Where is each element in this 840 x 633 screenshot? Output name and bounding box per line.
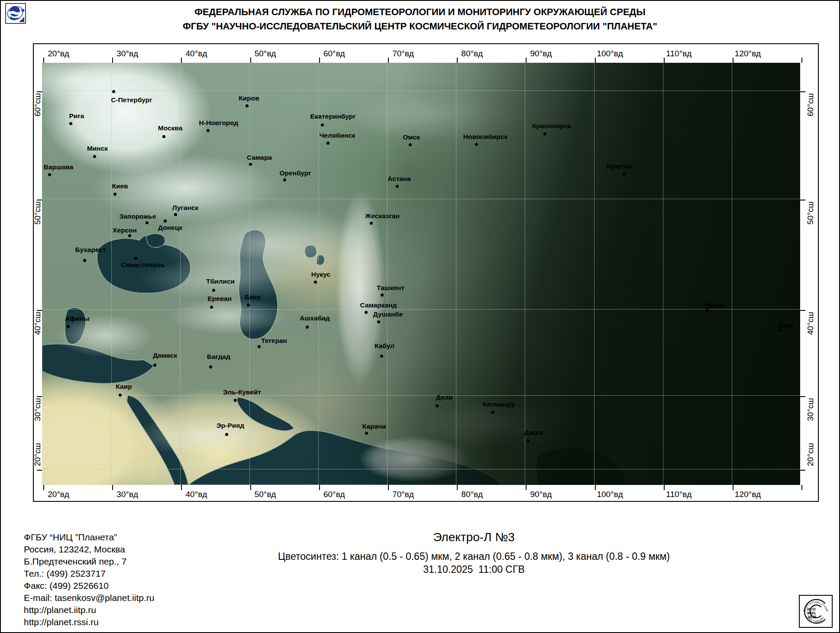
city-label: Донецк	[158, 224, 182, 232]
city-label: Душанбе	[373, 310, 403, 318]
longitude-label: 40°вд	[178, 48, 214, 59]
city-label: С-Петербург	[111, 96, 152, 104]
city-dot-Душанбе	[377, 320, 380, 323]
longitude-label: 100°вд	[592, 48, 628, 59]
longitude-label: 50°вд	[247, 48, 284, 59]
city-dot-Красноярск	[543, 132, 546, 136]
city-label: Самара	[247, 154, 272, 161]
city-dot-Дакка	[527, 439, 530, 442]
page: ФЕДЕРАЛЬНАЯ СЛУЖБА ПО ГИДРОМЕТЕОРОЛОГИИ …	[0, 0, 840, 633]
city-label: Дамаск	[153, 352, 177, 359]
latitude-label: 60°сш	[33, 91, 42, 119]
longitude-label: 50°вд	[247, 489, 284, 500]
svg-text:-2015: -2015	[806, 615, 816, 619]
longitude-label: 70°вд	[385, 489, 421, 500]
city-label: Астана	[388, 175, 411, 183]
city-dot-Севастополь	[134, 257, 137, 260]
axis-tick	[800, 470, 805, 471]
longitude-label: 20°вд	[40, 489, 77, 500]
axis-tick	[800, 91, 805, 92]
city-label: Жесказган	[365, 212, 400, 220]
city-dot-Эль-Кувейт	[234, 399, 237, 402]
city-dot-Самарканд	[365, 311, 368, 314]
city-label: Омск	[403, 133, 420, 141]
city-dot-Бухарест	[83, 259, 86, 262]
latitude-label: 20°сш	[806, 441, 815, 468]
longitude-label: 90°вд	[523, 489, 559, 500]
city-dot-Луганск	[174, 213, 177, 216]
latitude-label: 30°сш	[33, 396, 42, 423]
city-label: Челябинск	[319, 132, 355, 139]
city-dot-Омск	[409, 143, 412, 146]
latitude-label: 40°сш	[806, 310, 815, 337]
city-label: Багдад	[207, 353, 230, 361]
city-label: Нукус	[311, 271, 330, 278]
city-dot-Херсон	[128, 234, 131, 237]
city-dot-Ашхабад	[306, 326, 309, 329]
longitude-label: 110°вд	[661, 489, 697, 500]
city-label: Москва	[158, 124, 183, 132]
organization-contact-block: ФГБУ “НИЦ ”Планета”Россия, 123242, Москв…	[24, 531, 154, 628]
latitude-label: 50°сш	[33, 199, 42, 227]
longitude-label: 60°вд	[316, 48, 352, 59]
org-contact-line: Факс: (499) 2526610	[24, 580, 154, 592]
org-contact-line: Россия, 123242, Москва	[24, 543, 154, 555]
city-dot-Жесказган	[370, 222, 373, 225]
longitude-label: 80°вд	[454, 48, 490, 59]
city-dot-Дамаск	[153, 364, 156, 367]
city-label: Иркутск	[607, 162, 633, 170]
city-label: Севастополь	[121, 261, 165, 269]
latitude-label: 60°сш	[806, 91, 815, 119]
city-label: Ереван	[207, 295, 232, 303]
city-label: Карачи	[362, 423, 386, 430]
city-dot-Эр-Рияд	[225, 433, 228, 436]
city-dot-Новосибирск	[475, 143, 478, 146]
city-label: Афины	[65, 315, 90, 323]
city-label: Бухарест	[75, 246, 106, 254]
satellite-image: С-ПетербургРигаВаршаваМинскКиевМоскваН-Н…	[42, 63, 800, 485]
axis-tick	[801, 58, 802, 63]
longitude-label: 80°вд	[454, 489, 490, 500]
city-dot-Ташкент	[381, 294, 384, 297]
city-label: Тегеран	[261, 337, 287, 345]
city-label: Красноярск	[532, 122, 571, 130]
city-dot-Астана	[396, 185, 399, 188]
axis-tick	[37, 470, 42, 471]
city-label: Каир	[116, 383, 132, 391]
city-label: Самарканд	[360, 301, 397, 309]
longitude-label: 40°вд	[178, 489, 214, 500]
satellite-name: Электро-Л №3	[222, 530, 726, 545]
city-label: Катманду	[483, 400, 515, 408]
city-label: Ашхабад	[300, 314, 330, 322]
city-dot-Иркутск	[622, 173, 625, 176]
longitude-label: 30°вд	[109, 48, 145, 59]
latitude-label: 50°сш	[806, 199, 815, 227]
city-dot-Челябинск	[326, 142, 330, 145]
header-line-2: ФГБУ "НАУЧНО-ИССЛЕДОВАТЕЛЬСКИЙ ЦЕНТР КОС…	[1, 21, 839, 32]
longitude-label: 110°вд	[661, 48, 697, 59]
city-label: Варшава	[44, 163, 74, 171]
city-dot-Варшава	[48, 173, 51, 176]
city-dot-Карачи	[365, 432, 368, 435]
org-contact-line: http://planet.iitp.ru	[24, 604, 154, 616]
city-label: Екатеринбург	[310, 113, 356, 120]
city-dot-Киров	[246, 104, 249, 107]
longitude-label: 70°вд	[385, 48, 421, 59]
city-label: Луганск	[172, 204, 198, 212]
city-dot-Каир	[119, 394, 122, 397]
city-dot-Рига	[69, 122, 72, 125]
axis-tick	[800, 310, 805, 311]
city-label: Сеул	[778, 322, 794, 329]
city-dot-Запорожье	[145, 221, 149, 224]
city-label: Минск	[87, 145, 108, 152]
city-dot-Самара	[249, 163, 252, 166]
city-dot-Катманду	[491, 411, 494, 414]
org-contact-line: ФГБУ “НИЦ ”Планета”	[24, 531, 154, 543]
city-dot-Киев	[113, 193, 116, 196]
city-dot-Минск	[93, 155, 96, 158]
longitude-label: 60°вд	[316, 489, 352, 500]
city-label: Эр-Рияд	[216, 422, 244, 430]
iso-9001-stamp: ДОБРОСОВЕСТНЫЙ ПОСТАВЩИК ИСО 9001 -2015	[799, 595, 833, 628]
city-dot-Дели	[436, 404, 439, 407]
axis-tick	[800, 396, 805, 397]
